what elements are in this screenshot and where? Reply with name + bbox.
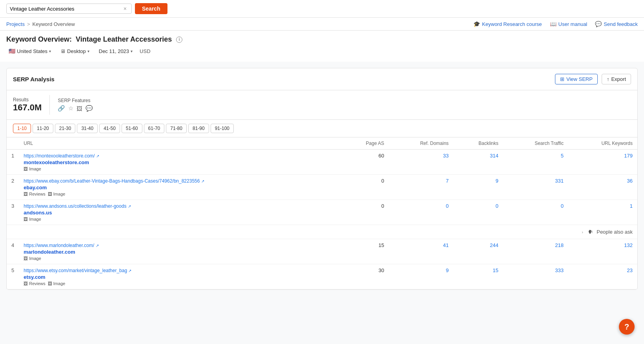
people-also-ask-row[interactable]: › 🗣 People also ask [7, 225, 637, 239]
table-header-row: URL Page AS Ref. Domains Backlinks Searc… [7, 137, 637, 150]
tag: 🖼Image [48, 192, 65, 196]
search-traffic-cell: 5 [503, 150, 568, 175]
pagination-tab-21-30[interactable]: 21-30 [55, 124, 76, 133]
manual-label: User manual [558, 21, 588, 27]
url-link[interactable]: https://www.ebay.com/b/Leather-Vintage-B… [24, 178, 204, 184]
domain-link[interactable]: etsy.com [24, 274, 337, 280]
tag: 🖼Image [24, 167, 41, 171]
tag-row: 🖼Image [24, 256, 337, 261]
export-button[interactable]: ↑ Export [602, 74, 631, 84]
page-as-cell: 30 [342, 264, 389, 289]
ref-domains-cell: 33 [389, 150, 453, 175]
domain-link[interactable]: marlondoleather.com [24, 249, 337, 255]
search-traffic-link[interactable]: 0 [561, 203, 564, 209]
url-keywords-link[interactable]: 179 [624, 153, 633, 159]
ref-domains-link[interactable]: 9 [446, 267, 449, 273]
results-value: 167.0M [13, 102, 42, 113]
url-cell: https://montexooleatherstore.com/ ↗ mont… [19, 150, 342, 175]
backlinks-cell: 0 [453, 200, 503, 225]
info-icon[interactable]: i [176, 37, 182, 43]
search-input[interactable] [10, 6, 124, 12]
url-link[interactable]: https://montexooleatherstore.com/ ↗ [24, 153, 99, 159]
domain-link[interactable]: andsons.us [24, 210, 337, 216]
serp-table: URL Page AS Ref. Domains Backlinks Searc… [7, 137, 637, 289]
serp-analysis-card: SERP Analysis ⊞ View SERP ↑ Export Resul… [6, 68, 638, 290]
tag-row: 🖼Image [24, 167, 337, 171]
ref-domains-cell: 41 [389, 239, 453, 264]
device-filter[interactable]: 🖥 Desktop ▾ [58, 47, 92, 55]
search-traffic-link[interactable]: 331 [555, 178, 564, 184]
domain-link[interactable]: montexooleatherstore.com [24, 159, 337, 165]
pagination-tab-61-70[interactable]: 61-70 [144, 124, 165, 133]
tag-row: 🖼Image [24, 217, 337, 221]
url-link[interactable]: https://www.etsy.com/market/vintage_leat… [24, 268, 131, 273]
pagination-tab-81-90[interactable]: 81-90 [188, 124, 209, 133]
ref-domains-link[interactable]: 0 [446, 203, 449, 209]
course-label: Keyword Research course [482, 21, 542, 27]
clear-icon[interactable]: × [124, 5, 127, 12]
backlinks-link[interactable]: 314 [490, 153, 498, 159]
search-traffic-cell: 218 [503, 239, 568, 264]
search-traffic-link[interactable]: 5 [561, 153, 564, 159]
manual-icon: 📖 [550, 21, 557, 27]
ref-domains-link[interactable]: 41 [443, 242, 448, 248]
page-as-cell: 60 [342, 150, 389, 175]
backlinks-cell: 15 [453, 264, 503, 289]
serp-card-header: SERP Analysis ⊞ View SERP ↑ Export [7, 68, 637, 90]
ref-domains-cell: 0 [389, 200, 453, 225]
breadcrumb-projects[interactable]: Projects [6, 21, 25, 27]
user-manual-link[interactable]: 📖 User manual [550, 21, 588, 27]
tag-row: 🖼Reviews🖼Image [24, 281, 337, 286]
pagination-tab-51-60[interactable]: 51-60 [122, 124, 142, 133]
search-traffic-link[interactable]: 333 [555, 267, 564, 273]
backlinks-link[interactable]: 0 [496, 203, 498, 209]
ref-domains-link[interactable]: 7 [446, 178, 449, 184]
url-cell: https://www.etsy.com/market/vintage_leat… [19, 264, 342, 289]
url-link[interactable]: https://www.marlondoleather.com/ ↗ [24, 243, 98, 248]
search-button[interactable]: Search [135, 3, 167, 14]
pagination-tab-71-80[interactable]: 71-80 [166, 124, 187, 133]
url-keywords-link[interactable]: 1 [630, 203, 633, 209]
row-number: 2 [7, 175, 19, 200]
url-keywords-link[interactable]: 36 [627, 178, 633, 184]
search-traffic-cell: 333 [503, 264, 568, 289]
view-serp-button[interactable]: ⊞ View SERP [555, 74, 598, 84]
date-chevron-icon: ▾ [131, 49, 133, 53]
keyword-research-course-link[interactable]: 🎓 Keyword Research course [473, 21, 542, 27]
backlinks-link[interactable]: 244 [490, 242, 498, 248]
breadcrumb-separator: > [27, 21, 30, 27]
page-as-cell: 0 [342, 200, 389, 225]
comment-feature-icon[interactable]: 💬 [86, 105, 93, 112]
ref-domains-link[interactable]: 33 [443, 153, 448, 159]
url-keywords-cell: 132 [568, 239, 637, 264]
date-filter[interactable]: Dec 11, 2023 ▾ [96, 47, 135, 55]
pagination-tab-91-100[interactable]: 91-100 [211, 124, 234, 133]
pagination-tab-31-40[interactable]: 31-40 [77, 124, 98, 133]
row-number: 1 [7, 150, 19, 175]
image-feature-icon[interactable]: 🖼 [76, 105, 82, 112]
url-keywords-link[interactable]: 23 [627, 267, 633, 273]
page-title: Keyword Overview: Vintage Leather Access… [6, 35, 638, 44]
pagination-tab-1-10[interactable]: 1-10 [13, 124, 31, 133]
country-filter[interactable]: 🇺🇸 United States ▾ [6, 47, 53, 55]
backlinks-link[interactable]: 9 [496, 178, 498, 184]
col-search-traffic: Search Traffic [503, 137, 568, 150]
pagination-tab-41-50[interactable]: 41-50 [99, 124, 120, 133]
view-serp-label: View SERP [566, 76, 593, 82]
domain-link[interactable]: ebay.com [24, 185, 337, 190]
star-feature-icon[interactable]: ☆ [68, 105, 73, 112]
send-feedback-link[interactable]: 💬 Send feedback [595, 21, 638, 27]
search-input-wrap: × [6, 4, 132, 14]
serp-card-title: SERP Analysis [13, 76, 55, 82]
link-feature-icon[interactable]: 🔗 [58, 105, 65, 112]
device-chevron-icon: ▾ [87, 49, 89, 53]
pagination-row: 1-1011-2021-3031-4041-5051-6061-7071-808… [7, 120, 637, 137]
url-link[interactable]: https://www.andsons.us/collections/leath… [24, 203, 131, 209]
results-row: Results 167.0M SERP Features 🔗 ☆ 🖼 💬 [7, 90, 637, 120]
backlinks-link[interactable]: 15 [493, 267, 498, 273]
country-flag: 🇺🇸 [9, 48, 15, 54]
pagination-tab-11-20[interactable]: 11-20 [33, 124, 53, 133]
url-keywords-link[interactable]: 132 [624, 242, 633, 248]
tag-row: 🖼Reviews🖼Image [24, 192, 337, 196]
search-traffic-link[interactable]: 218 [555, 242, 564, 248]
